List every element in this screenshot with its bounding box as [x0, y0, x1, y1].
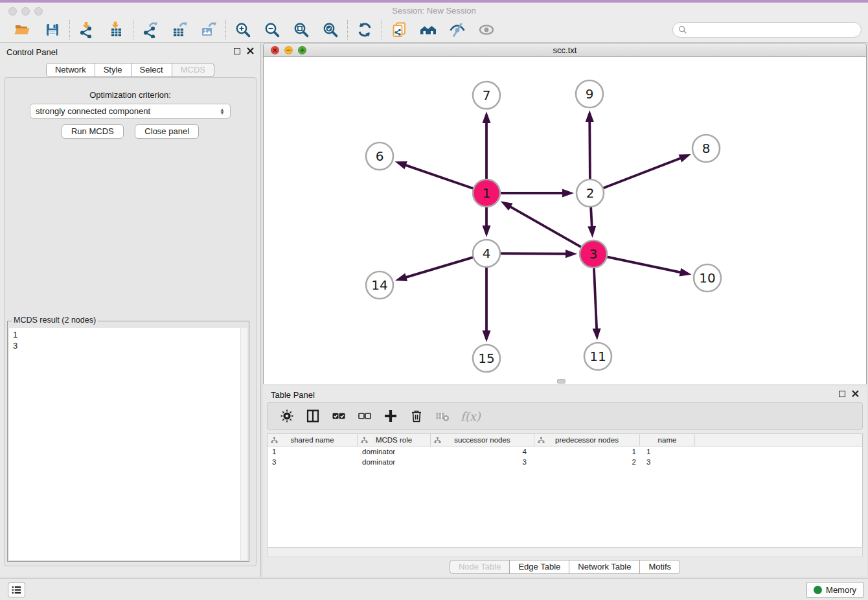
tab-network[interactable]: Network	[46, 63, 95, 77]
split-view-icon[interactable]	[305, 408, 321, 424]
cell-successor-nodes[interactable]: 3	[431, 458, 534, 466]
network-graph: 1234678910111415	[264, 57, 866, 384]
import-network-icon[interactable]	[78, 21, 96, 39]
table-row[interactable]: 3 dominator 3 2 3	[268, 457, 862, 467]
zoom-out-icon[interactable]	[263, 21, 281, 39]
search-input[interactable]	[687, 23, 861, 36]
cell-name[interactable]: 3	[640, 458, 695, 466]
graph-node-label: 11	[589, 349, 606, 364]
clone-network-icon[interactable]	[390, 21, 408, 39]
table-toolbar: f(x)	[267, 402, 863, 430]
deselect-all-columns-icon[interactable]	[357, 408, 372, 424]
zoom-selected-icon[interactable]	[321, 21, 339, 39]
graph-edge-arrowhead	[679, 154, 691, 163]
column-type-icon	[361, 437, 368, 444]
task-history-button[interactable]	[8, 583, 25, 597]
column-header[interactable]: shared name	[268, 434, 358, 446]
result-line: 1	[13, 329, 247, 340]
column-header[interactable]: MCDS role	[358, 434, 431, 446]
result-line: 3	[13, 340, 247, 351]
apply-layout-icon[interactable]	[356, 21, 374, 39]
graph-node-label: 14	[371, 277, 387, 293]
window-title: Session: New Session	[0, 6, 868, 16]
graph-edge-3-1	[510, 206, 583, 248]
tab-motifs[interactable]: Motifs	[639, 560, 680, 574]
float-panel-icon[interactable]	[839, 391, 845, 397]
export-table-icon[interactable]	[170, 21, 188, 39]
cell-name[interactable]: 1	[640, 448, 695, 456]
result-scrollbar[interactable]	[240, 328, 247, 560]
optimization-criterion-select[interactable]: strongly connected component ▲▼	[30, 104, 231, 119]
mcds-result-text[interactable]: 1 3	[9, 328, 247, 560]
cell-mcds-role[interactable]: dominator	[358, 458, 431, 466]
column-header[interactable]: successor nodes	[431, 434, 534, 446]
graph-edge-1-6	[405, 165, 475, 189]
graph-node-label: 7	[483, 87, 491, 103]
column-header[interactable]: name	[640, 434, 695, 446]
column-type-icon	[434, 437, 441, 444]
cell-shared-name[interactable]: 3	[268, 458, 358, 466]
graph-edge-arrowhead	[562, 189, 574, 198]
hide-selected-icon[interactable]	[448, 21, 466, 39]
table-row[interactable]: 1 dominator 4 1 1	[268, 446, 862, 457]
graph-node-label: 10	[699, 270, 715, 286]
network-canvas[interactable]: 1234678910111415	[264, 57, 866, 384]
cell-predecessor-nodes[interactable]: 1	[534, 448, 640, 456]
gear-icon[interactable]	[279, 408, 295, 424]
network-view-window: scc.txt 1234678910111415	[263, 43, 867, 384]
close-panel-icon[interactable]	[247, 47, 254, 54]
table-panel: Table Panel f(x) shared name MCDS role s…	[263, 386, 867, 577]
graph-node-label: 1	[483, 185, 491, 201]
graph-node-label: 3	[589, 246, 598, 262]
tab-mcds[interactable]: MCDS	[172, 63, 214, 77]
node-table[interactable]: shared name MCDS role successor nodes pr…	[267, 433, 863, 548]
table-hscrollbar[interactable]	[267, 548, 863, 557]
graph-edge-3-10	[606, 257, 681, 273]
column-header-filler	[695, 434, 862, 446]
select-all-columns-icon[interactable]	[331, 408, 347, 424]
search-field[interactable]	[672, 22, 862, 38]
first-neighbors-icon[interactable]	[419, 21, 437, 39]
function-builder-icon: f(x)	[461, 410, 481, 423]
graph-node-label: 9	[586, 86, 594, 102]
close-panel-button[interactable]: Close panel	[135, 124, 199, 139]
graph-edge-arrowhead	[483, 225, 491, 237]
import-table-icon[interactable]	[107, 21, 125, 39]
graph-edge-2-8	[602, 158, 681, 189]
export-network-icon[interactable]	[141, 21, 159, 39]
zoom-fit-icon[interactable]	[292, 21, 310, 39]
add-column-icon[interactable]	[383, 408, 398, 424]
export-image-icon[interactable]	[200, 21, 218, 39]
tab-style[interactable]: Style	[95, 63, 131, 77]
run-mcds-button[interactable]: Run MCDS	[62, 124, 124, 139]
graph-edge-4-14	[405, 257, 474, 277]
column-type-icon	[538, 437, 545, 444]
cell-predecessor-nodes[interactable]: 2	[534, 458, 640, 466]
column-header[interactable]: predecessor nodes	[534, 434, 640, 446]
tab-network-table[interactable]: Network Table	[569, 560, 640, 574]
show-all-icon	[477, 21, 496, 39]
memory-button[interactable]: Memory	[806, 582, 863, 598]
cell-successor-nodes[interactable]: 4	[431, 448, 534, 456]
graph-edge-arrowhead	[680, 268, 692, 277]
canvas-scroll-thumb[interactable]	[557, 379, 565, 384]
graph-edge-3-11	[594, 266, 597, 330]
graph-edge-arrowhead	[483, 111, 491, 123]
tab-edge-table[interactable]: Edge Table	[509, 560, 569, 574]
selected-option: strongly connected component	[36, 106, 150, 116]
cell-mcds-role[interactable]: dominator	[358, 448, 431, 456]
save-session-icon[interactable]	[43, 21, 62, 39]
graph-edge-arrowhead	[395, 161, 407, 169]
tab-node-table[interactable]: Node Table	[450, 560, 510, 574]
close-panel-icon[interactable]	[852, 390, 859, 397]
select-stepper-icon: ▲▼	[220, 108, 225, 115]
delete-column-icon[interactable]	[409, 408, 424, 424]
float-panel-icon[interactable]	[234, 48, 240, 54]
open-session-icon[interactable]	[13, 21, 31, 39]
tab-select[interactable]: Select	[131, 63, 172, 77]
memory-status-icon	[814, 586, 822, 594]
cell-shared-name[interactable]: 1	[268, 448, 358, 456]
zoom-in-icon[interactable]	[234, 21, 252, 39]
graph-edge-arrowhead	[586, 110, 594, 122]
mcds-panel: Optimization criterion: strongly connect…	[4, 77, 257, 566]
